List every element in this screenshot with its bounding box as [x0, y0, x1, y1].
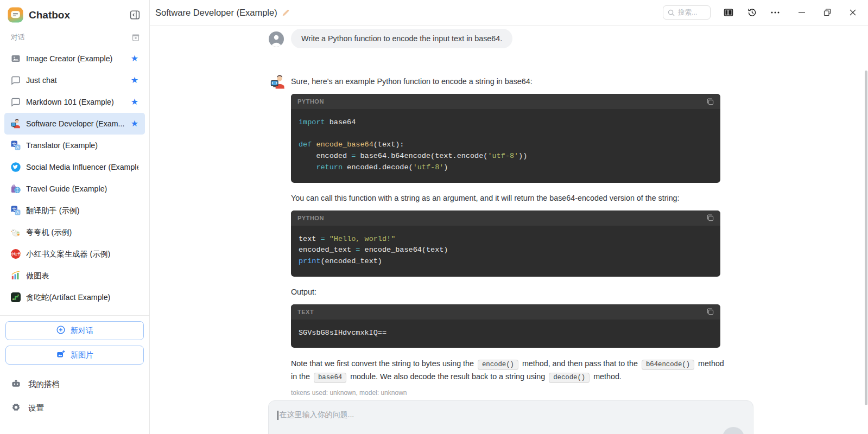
- note-text: method, and then pass that to the: [520, 359, 640, 368]
- chat-area: Write a Python function to encode the in…: [150, 25, 868, 397]
- toggle-panel-icon[interactable]: [723, 7, 734, 18]
- close-window-button[interactable]: [848, 8, 857, 17]
- settings-item[interactable]: 设置: [0, 396, 149, 420]
- sidebar-item-tanchishe[interactable]: 贪吃蛇(Artifact Example): [4, 286, 145, 308]
- conversation-label: 贪吃蛇(Artifact Example): [26, 292, 138, 303]
- copy-code-icon[interactable]: [706, 307, 715, 316]
- restore-window-button[interactable]: [823, 8, 832, 17]
- star-icon[interactable]: ★: [131, 119, 138, 128]
- chat-icon: [10, 97, 21, 107]
- conversation-label: 夸夸机 (示例): [26, 227, 138, 238]
- translator-icon: 文A: [10, 140, 21, 151]
- inline-code: decode(): [549, 373, 590, 383]
- copy-code-icon[interactable]: [706, 213, 715, 222]
- code-language-label: TEXT: [297, 309, 706, 315]
- new-image-button[interactable]: 新图片: [5, 346, 144, 365]
- assistant-middle-text: You can call this function with a string…: [291, 193, 728, 203]
- sidebar-item-fanyi-zhushou[interactable]: 文A翻译助手 (示例): [4, 200, 145, 221]
- sidebar-item-travel-guide[interactable]: Travel Guide (Example): [4, 178, 145, 200]
- image-icon: [10, 53, 21, 64]
- svg-text:小红书: 小红书: [10, 252, 21, 256]
- conversation-label: Image Creator (Example): [26, 54, 128, 63]
- new-chat-button[interactable]: 新对话: [5, 321, 144, 340]
- code-language-label: PYTHON: [297, 98, 706, 105]
- collapse-sidebar-icon[interactable]: [129, 9, 141, 21]
- note-paragraph: Note that we first convert the string to…: [291, 358, 728, 384]
- code-block-header: TEXT: [291, 304, 720, 320]
- star-icon[interactable]: ★: [131, 98, 138, 106]
- send-button[interactable]: [723, 427, 744, 434]
- robot-icon: [11, 378, 21, 390]
- translator-icon: 文A: [10, 205, 21, 216]
- sidebar-item-xiaohongshu[interactable]: 小红书小红书文案生成器 (示例): [4, 243, 145, 265]
- output-label: Output:: [291, 286, 728, 297]
- sidebar-item-just-chat[interactable]: Just chat★: [4, 69, 145, 91]
- sidebar-item-translator[interactable]: 文ATranslator (Example): [4, 135, 145, 156]
- history-icon[interactable]: [746, 7, 757, 18]
- assistant-message-content: Sure, here's an example Python function …: [291, 74, 728, 397]
- code-content: SGVsbG8sIHdvcmxkIQ==: [291, 320, 720, 348]
- travel-icon: [10, 183, 21, 194]
- technologist-icon: [10, 118, 21, 129]
- image-plus-icon: [56, 349, 66, 361]
- snake-icon: [10, 292, 21, 303]
- conversation-label: 做图表: [26, 271, 138, 281]
- star-icon[interactable]: ★: [131, 54, 138, 63]
- minimize-button[interactable]: [797, 8, 806, 17]
- conversation-label: Translator (Example): [26, 141, 138, 150]
- token-usage-text: tokens used: unknown, model: unknown: [291, 389, 728, 397]
- assistant-avatar-technologist-icon: [270, 74, 286, 90]
- user-avatar: [269, 31, 284, 47]
- main-panel: Software Developer (Example) 搜索...: [150, 0, 868, 434]
- user-message-row: Write a Python function to encode the in…: [269, 29, 868, 48]
- search-placeholder: 搜索...: [678, 8, 697, 17]
- svg-text:A: A: [16, 145, 20, 150]
- gear-icon: [11, 402, 21, 414]
- chat-icon: [10, 75, 21, 86]
- edit-title-icon[interactable]: [282, 9, 290, 17]
- conversation-label: Travel Guide (Example): [26, 184, 138, 193]
- app-title: Chatbox: [29, 9, 129, 21]
- sidebar: Chatbox 对话 Image Creator (Example)★Just …: [0, 0, 150, 434]
- inline-code: base64: [314, 373, 346, 383]
- star-icon[interactable]: ★: [131, 76, 138, 85]
- conversation-label: Social Media Influencer (Example): [26, 163, 138, 171]
- twitter-icon: [10, 162, 21, 173]
- assistant-message-row: Sure, here's an example Python function …: [270, 74, 868, 397]
- conversation-label: 小红书文案生成器 (示例): [26, 249, 138, 259]
- inline-code: encode(): [478, 360, 518, 370]
- chatbox-logo-icon: [8, 7, 23, 23]
- code-content: text = "Hello, world!"encoded_text = enc…: [291, 226, 720, 277]
- code-block-python-1: PYTHONimport base64 def encode_base64(te…: [291, 94, 720, 183]
- sidebar-item-zuotubiao[interactable]: 做图表: [4, 265, 145, 286]
- conversation-label: Software Developer (Exam...: [26, 119, 128, 128]
- copy-code-icon[interactable]: [706, 97, 715, 106]
- conversation-title: Software Developer (Example): [155, 8, 277, 18]
- sidebar-item-image-creator[interactable]: Image Creator (Example)★: [4, 48, 145, 69]
- settings-label: 设置: [28, 403, 44, 413]
- code-block-header: PYTHON: [291, 210, 720, 226]
- conversation-label: Markdown 101 (Example): [26, 98, 128, 106]
- more-options-icon[interactable]: [770, 7, 781, 18]
- conversations-label: 对话: [11, 33, 131, 42]
- sidebar-item-kuakuaji[interactable]: 夸夸机 (示例): [4, 221, 145, 243]
- chat-scrollbar[interactable]: [865, 71, 867, 405]
- input-placeholder: 在这里输入你的问题...: [280, 410, 354, 420]
- sidebar-item-software-developer[interactable]: Software Developer (Exam...★: [4, 113, 145, 135]
- bird-icon: [10, 227, 21, 238]
- sidebar-item-markdown-101[interactable]: Markdown 101 (Example)★: [4, 91, 145, 113]
- conversations-section-header: 对话: [0, 27, 149, 47]
- sidebar-divider: [0, 315, 149, 316]
- message-input[interactable]: 在这里输入你的问题...: [268, 400, 753, 434]
- svg-text:A: A: [16, 210, 20, 215]
- clear-conversations-icon[interactable]: [131, 33, 141, 42]
- conversation-label: 翻译助手 (示例): [26, 206, 138, 216]
- plus-circle-icon: [56, 325, 66, 336]
- sidebar-item-social-media-influencer[interactable]: Social Media Influencer (Example): [4, 156, 145, 178]
- search-input[interactable]: 搜索...: [663, 5, 711, 20]
- new-chat-label: 新对话: [71, 326, 93, 336]
- main-header: Software Developer (Example) 搜索...: [150, 0, 868, 25]
- text-caret: [277, 411, 278, 420]
- chart-icon: [10, 270, 21, 281]
- my-partners-item[interactable]: 我的搭档: [0, 372, 149, 396]
